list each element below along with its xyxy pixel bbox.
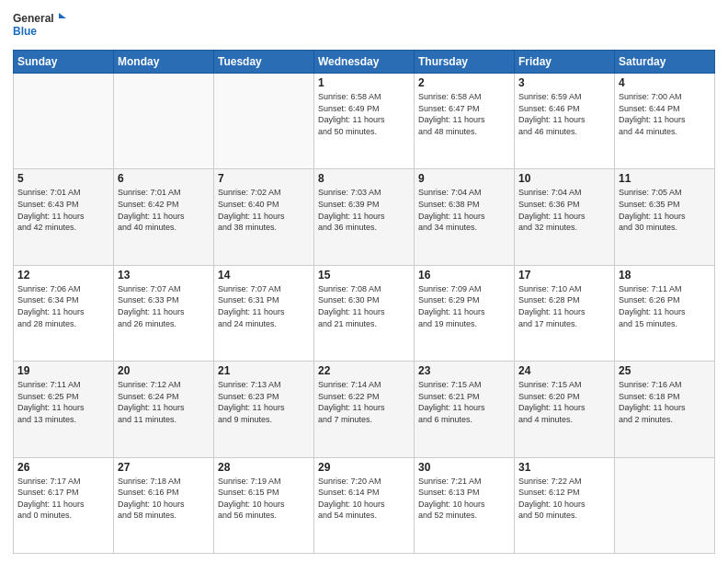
weekday-header-tuesday: Tuesday [214, 51, 314, 74]
day-number: 8 [318, 172, 410, 185]
calendar-cell: 22Sunrise: 7:14 AM Sunset: 6:22 PM Dayli… [314, 362, 415, 457]
calendar-cell: 2Sunrise: 6:58 AM Sunset: 6:47 PM Daylig… [415, 74, 515, 169]
day-info: Sunrise: 7:01 AM Sunset: 6:43 PM Dayligh… [17, 187, 109, 233]
calendar-cell: 14Sunrise: 7:07 AM Sunset: 6:31 PM Dayli… [214, 265, 314, 361]
svg-text:General: General [13, 12, 54, 25]
weekday-header-thursday: Thursday [415, 51, 515, 74]
day-info: Sunrise: 7:12 AM Sunset: 6:24 PM Dayligh… [118, 379, 210, 425]
day-info: Sunrise: 7:18 AM Sunset: 6:16 PM Dayligh… [118, 476, 210, 522]
calendar-cell: 27Sunrise: 7:18 AM Sunset: 6:16 PM Dayli… [114, 457, 214, 553]
weekday-header-wednesday: Wednesday [314, 51, 415, 74]
calendar-cell: 28Sunrise: 7:19 AM Sunset: 6:15 PM Dayli… [214, 457, 314, 553]
calendar-cell [14, 74, 114, 169]
svg-marker-2 [59, 13, 66, 18]
calendar-cell: 20Sunrise: 7:12 AM Sunset: 6:24 PM Dayli… [114, 362, 214, 457]
calendar-cell: 8Sunrise: 7:03 AM Sunset: 6:39 PM Daylig… [314, 169, 415, 265]
weekday-header-monday: Monday [114, 51, 214, 74]
day-number: 16 [418, 269, 510, 282]
calendar-cell: 30Sunrise: 7:21 AM Sunset: 6:13 PM Dayli… [415, 457, 515, 553]
calendar-cell: 15Sunrise: 7:08 AM Sunset: 6:30 PM Dayli… [314, 265, 415, 361]
calendar-cell: 18Sunrise: 7:11 AM Sunset: 6:26 PM Dayli… [615, 265, 715, 361]
calendar-cell: 21Sunrise: 7:13 AM Sunset: 6:23 PM Dayli… [214, 362, 314, 457]
day-info: Sunrise: 7:07 AM Sunset: 6:33 PM Dayligh… [118, 283, 210, 329]
day-info: Sunrise: 7:15 AM Sunset: 6:21 PM Dayligh… [418, 379, 510, 425]
day-number: 3 [518, 76, 610, 89]
day-number: 23 [418, 364, 510, 377]
day-number: 29 [318, 461, 410, 474]
calendar-cell: 19Sunrise: 7:11 AM Sunset: 6:25 PM Dayli… [14, 362, 114, 457]
day-info: Sunrise: 7:11 AM Sunset: 6:26 PM Dayligh… [619, 283, 711, 329]
day-number: 10 [518, 172, 610, 185]
day-number: 9 [418, 172, 510, 185]
day-info: Sunrise: 7:10 AM Sunset: 6:28 PM Dayligh… [518, 283, 610, 329]
day-info: Sunrise: 7:21 AM Sunset: 6:13 PM Dayligh… [418, 476, 510, 522]
calendar-cell: 9Sunrise: 7:04 AM Sunset: 6:38 PM Daylig… [415, 169, 515, 265]
day-info: Sunrise: 7:01 AM Sunset: 6:42 PM Dayligh… [118, 187, 210, 233]
day-number: 24 [518, 364, 610, 377]
day-info: Sunrise: 7:11 AM Sunset: 6:25 PM Dayligh… [17, 379, 109, 425]
day-info: Sunrise: 6:58 AM Sunset: 6:49 PM Dayligh… [318, 91, 410, 137]
day-number: 31 [518, 461, 610, 474]
calendar-cell: 25Sunrise: 7:16 AM Sunset: 6:18 PM Dayli… [615, 362, 715, 457]
calendar-week-row: 5Sunrise: 7:01 AM Sunset: 6:43 PM Daylig… [14, 169, 715, 265]
header: General Blue [13, 9, 715, 42]
day-number: 22 [318, 364, 410, 377]
day-info: Sunrise: 7:02 AM Sunset: 6:40 PM Dayligh… [218, 187, 310, 233]
calendar-cell: 29Sunrise: 7:20 AM Sunset: 6:14 PM Dayli… [314, 457, 415, 553]
day-number: 27 [118, 461, 210, 474]
day-number: 5 [17, 172, 109, 185]
calendar-cell: 7Sunrise: 7:02 AM Sunset: 6:40 PM Daylig… [214, 169, 314, 265]
logo-svg: General Blue [13, 9, 68, 42]
day-info: Sunrise: 7:06 AM Sunset: 6:34 PM Dayligh… [17, 283, 109, 329]
calendar-cell: 5Sunrise: 7:01 AM Sunset: 6:43 PM Daylig… [14, 169, 114, 265]
day-info: Sunrise: 7:19 AM Sunset: 6:15 PM Dayligh… [218, 476, 310, 522]
day-info: Sunrise: 7:17 AM Sunset: 6:17 PM Dayligh… [17, 476, 109, 522]
day-info: Sunrise: 7:09 AM Sunset: 6:29 PM Dayligh… [418, 283, 510, 329]
day-info: Sunrise: 7:15 AM Sunset: 6:20 PM Dayligh… [518, 379, 610, 425]
calendar-cell: 3Sunrise: 6:59 AM Sunset: 6:46 PM Daylig… [515, 74, 615, 169]
day-info: Sunrise: 7:13 AM Sunset: 6:23 PM Dayligh… [218, 379, 310, 425]
day-info: Sunrise: 6:59 AM Sunset: 6:46 PM Dayligh… [518, 91, 610, 137]
calendar-cell: 10Sunrise: 7:04 AM Sunset: 6:36 PM Dayli… [515, 169, 615, 265]
calendar-cell: 12Sunrise: 7:06 AM Sunset: 6:34 PM Dayli… [14, 265, 114, 361]
day-number: 30 [418, 461, 510, 474]
calendar-cell: 26Sunrise: 7:17 AM Sunset: 6:17 PM Dayli… [14, 457, 114, 553]
calendar-week-row: 12Sunrise: 7:06 AM Sunset: 6:34 PM Dayli… [14, 265, 715, 361]
day-number: 26 [17, 461, 109, 474]
calendar-week-row: 1Sunrise: 6:58 AM Sunset: 6:49 PM Daylig… [14, 74, 715, 169]
day-info: Sunrise: 7:04 AM Sunset: 6:38 PM Dayligh… [418, 187, 510, 233]
calendar-cell: 1Sunrise: 6:58 AM Sunset: 6:49 PM Daylig… [314, 74, 415, 169]
calendar-cell: 11Sunrise: 7:05 AM Sunset: 6:35 PM Dayli… [615, 169, 715, 265]
day-info: Sunrise: 6:58 AM Sunset: 6:47 PM Dayligh… [418, 91, 510, 137]
calendar-cell: 6Sunrise: 7:01 AM Sunset: 6:42 PM Daylig… [114, 169, 214, 265]
calendar-week-row: 26Sunrise: 7:17 AM Sunset: 6:17 PM Dayli… [14, 457, 715, 553]
day-number: 13 [118, 269, 210, 282]
calendar-table: SundayMondayTuesdayWednesdayThursdayFrid… [13, 50, 715, 554]
day-number: 15 [318, 269, 410, 282]
logo: General Blue [13, 9, 68, 42]
calendar-cell: 31Sunrise: 7:22 AM Sunset: 6:12 PM Dayli… [515, 457, 615, 553]
calendar-cell: 13Sunrise: 7:07 AM Sunset: 6:33 PM Dayli… [114, 265, 214, 361]
day-number: 18 [619, 269, 711, 282]
svg-text:Blue: Blue [13, 25, 37, 38]
day-info: Sunrise: 7:22 AM Sunset: 6:12 PM Dayligh… [518, 476, 610, 522]
calendar-cell: 23Sunrise: 7:15 AM Sunset: 6:21 PM Dayli… [415, 362, 515, 457]
day-number: 19 [17, 364, 109, 377]
day-number: 2 [418, 76, 510, 89]
calendar-cell [114, 74, 214, 169]
day-info: Sunrise: 7:08 AM Sunset: 6:30 PM Dayligh… [318, 283, 410, 329]
day-number: 1 [318, 76, 410, 89]
day-number: 6 [118, 172, 210, 185]
calendar-cell: 4Sunrise: 7:00 AM Sunset: 6:44 PM Daylig… [615, 74, 715, 169]
page: General Blue SundayMondayTuesdayWednesda… [0, 0, 728, 563]
calendar-cell: 17Sunrise: 7:10 AM Sunset: 6:28 PM Dayli… [515, 265, 615, 361]
calendar-cell [615, 457, 715, 553]
day-number: 28 [218, 461, 310, 474]
weekday-header-friday: Friday [515, 51, 615, 74]
calendar-cell: 24Sunrise: 7:15 AM Sunset: 6:20 PM Dayli… [515, 362, 615, 457]
day-number: 14 [218, 269, 310, 282]
day-info: Sunrise: 7:04 AM Sunset: 6:36 PM Dayligh… [518, 187, 610, 233]
day-info: Sunrise: 7:14 AM Sunset: 6:22 PM Dayligh… [318, 379, 410, 425]
day-number: 25 [619, 364, 711, 377]
day-number: 11 [619, 172, 711, 185]
